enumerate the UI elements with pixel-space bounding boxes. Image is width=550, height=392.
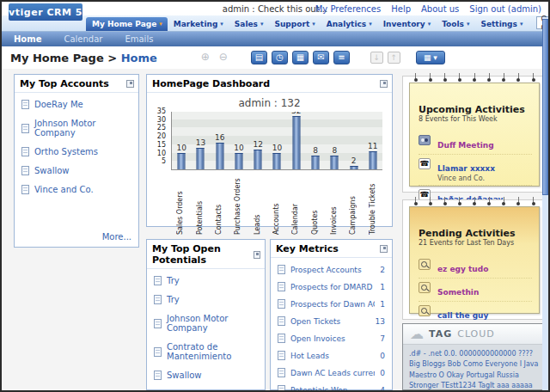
bar-purchase-orders[interactable] — [235, 153, 242, 169]
metric-row: Open Invoices7 — [278, 334, 385, 343]
vertical-scrollbar[interactable] — [542, 17, 548, 390]
pins-decoration — [413, 197, 535, 207]
bar-trouble-tickets[interactable] — [369, 151, 376, 169]
list-item: Try — [154, 276, 258, 285]
activity-item: ez egy tudo — [419, 255, 532, 279]
scrollbar-thumb[interactable] — [542, 19, 548, 195]
document-icon — [278, 334, 285, 343]
account-link[interactable]: Swallow — [34, 166, 70, 175]
tab-sales[interactable]: Sales▾ — [229, 17, 269, 31]
chart-x-axis: Sales OrdersPotentialsContactsPurchase O… — [171, 173, 382, 235]
potential-link[interactable]: Swallow — [167, 371, 202, 380]
activity-link[interactable]: ez egy tudo — [437, 265, 488, 273]
list-item: Vince and Co. — [21, 185, 131, 194]
move-down-icon[interactable]: ↓ — [370, 52, 383, 64]
x-label-slot: Quotes — [306, 173, 325, 235]
potential-link[interactable]: Johnson Motor Company — [167, 314, 258, 333]
metric-row: Open Tickets13 — [278, 316, 385, 326]
move-up-icon[interactable]: ↑ — [388, 52, 400, 64]
activity-link[interactable]: Duff Meeting — [437, 141, 494, 150]
document-icon — [154, 347, 162, 357]
activity-link[interactable]: Somethin — [437, 288, 479, 297]
top-link-my-preferences[interactable]: My Preferences — [315, 4, 382, 14]
tab-inventory[interactable]: Inventory▾ — [377, 17, 436, 31]
more-link[interactable]: More... — [102, 232, 131, 242]
tab-tools[interactable]: Tools▾ — [436, 17, 474, 31]
potential-link[interactable]: Try — [167, 276, 180, 285]
panel-tag-cloud: ☁ TAG CLOUD .d# - .net 0.0. 000000000000… — [402, 323, 547, 390]
pin-icon — [487, 197, 492, 207]
chevron-down-icon: ▾ — [260, 21, 264, 28]
metric-row: Prospect Accounts2 — [278, 265, 385, 274]
x-label-slot: Campaigns — [344, 173, 363, 235]
tab-label: Settings — [480, 20, 516, 28]
pins-decoration — [413, 73, 535, 83]
bar-sales-orders[interactable] — [178, 153, 186, 169]
metric-link[interactable]: Dawn AC Leads current Week — [290, 369, 375, 377]
x-label-slot: Sales Orders — [171, 173, 190, 235]
subnav-item-calendar[interactable]: Calendar — [64, 34, 102, 44]
account-link[interactable]: Johnson Motor Company — [34, 119, 131, 138]
widget-list-dropdown[interactable]: ▦ ▾ — [416, 51, 445, 64]
collapse-widget-icon[interactable] — [380, 245, 388, 253]
collapse-widget-icon[interactable] — [380, 80, 388, 88]
metric-link[interactable]: Open Tickets — [290, 317, 340, 326]
bar-quotes[interactable] — [311, 156, 319, 169]
top-link-about-us[interactable]: About us — [421, 4, 459, 14]
bar-campaigns[interactable] — [350, 166, 358, 169]
metric-link[interactable]: Open Invoices — [290, 334, 345, 343]
metric-link[interactable]: Prospects for DMARD — [290, 283, 373, 291]
potential-link[interactable]: Try — [167, 295, 180, 304]
bar-accounts[interactable] — [273, 153, 281, 169]
widget-toolbar: ⊕⊖▤◷▦✉≡↓↑▦ ▾ — [199, 51, 445, 64]
activity-link[interactable]: Llamar xxxxx — [437, 164, 495, 173]
bar-leads[interactable] — [254, 150, 262, 169]
metric-value: 1 — [380, 300, 385, 309]
metric-link[interactable]: Hot Leads — [290, 352, 329, 360]
tag-cloud-tags[interactable]: .d# - .net 0.0. 0000000000000 ???? Big B… — [403, 345, 546, 389]
tab-support[interactable]: Support▾ — [268, 17, 320, 31]
cloud-icon: ☁ — [410, 328, 424, 341]
chart-title: admin : 132 — [147, 93, 392, 112]
bar-value-label: 10 — [229, 144, 248, 152]
vtiger-logo[interactable]: vtiger CRM 5 — [9, 3, 82, 21]
zoom-in-icon[interactable]: ⊕ — [199, 51, 212, 64]
account-link[interactable]: Ortho Systems — [34, 147, 98, 156]
calendar-widget-icon[interactable]: ▤ — [251, 51, 267, 64]
document-icon — [278, 316, 285, 326]
notepad-widget-icon[interactable]: ≡ — [333, 51, 350, 64]
top-link-sign-out-admin[interactable]: Sign out (admin) — [469, 4, 541, 14]
chevron-down-icon: ▾ — [159, 21, 162, 28]
chat-widget-icon[interactable]: ✉ — [313, 51, 329, 64]
top-link-help[interactable]: Help — [391, 4, 411, 14]
tab-settings[interactable]: Settings▾ — [474, 17, 528, 31]
todo-icon — [419, 305, 431, 316]
bar-invoices[interactable] — [331, 156, 339, 169]
metric-link[interactable]: Prospect Accounts — [290, 266, 362, 274]
chevron-down-icon: ▾ — [369, 21, 372, 28]
clock-widget-icon[interactable]: ◷ — [272, 51, 288, 64]
metric-link[interactable]: Prospects for Dawn AC — [290, 300, 375, 309]
bar-contacts[interactable] — [216, 143, 223, 169]
bar-potentials[interactable] — [197, 148, 205, 169]
x-tick-label: Leads — [254, 173, 261, 235]
activity-link[interactable]: call the guy — [437, 311, 488, 320]
collapse-widget-icon[interactable] — [254, 251, 260, 259]
zoom-out-icon[interactable]: ⊖ — [217, 51, 230, 64]
bar-calendar[interactable] — [292, 116, 300, 169]
account-link[interactable]: DoeRay Me — [34, 100, 83, 109]
calculator-widget-icon[interactable]: ▦ — [292, 51, 309, 64]
metric-link[interactable]: Potentials Won — [290, 386, 348, 392]
bar-slot: 11 — [364, 112, 382, 169]
tab-my-home-page[interactable]: My Home Page▾ — [86, 17, 168, 31]
account-link[interactable]: Vince and Co. — [34, 185, 94, 194]
tab-analytics[interactable]: Analytics▾ — [321, 17, 377, 31]
collapse-widget-icon[interactable] — [126, 80, 134, 88]
subnav-item-home[interactable]: Home — [14, 34, 41, 44]
bar-value-label: 16 — [211, 133, 229, 142]
metric-row: Prospects for DMARD1 — [278, 282, 385, 291]
potential-link[interactable]: Contrato de Mantenimiento — [167, 342, 258, 361]
tab-marketing[interactable]: Marketing▾ — [168, 17, 229, 31]
subnav-item-emails[interactable]: Emails — [125, 34, 153, 44]
tab-label: Tools — [442, 20, 464, 28]
